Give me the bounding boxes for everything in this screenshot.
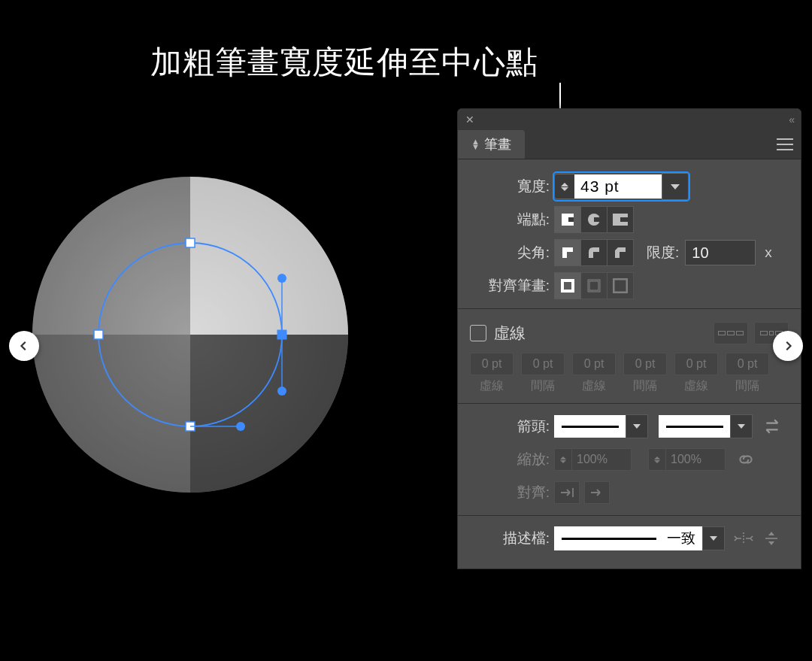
carousel-next-button[interactable] (773, 331, 803, 361)
svg-rect-17 (620, 217, 628, 222)
miter-limit-input[interactable] (685, 240, 756, 265)
arrow-start-dropdown[interactable] (626, 414, 648, 438)
dash-value: 0 pt (470, 353, 514, 375)
flip-along-icon (734, 531, 753, 546)
width-dropdown-button[interactable] (662, 173, 689, 200)
svg-rect-2 (186, 238, 195, 247)
svg-rect-9 (277, 330, 286, 339)
align-center-button[interactable] (554, 272, 581, 299)
dash-pattern-fields: 0 pt虛線0 pt間隔0 pt虛線0 pt間隔0 pt虛線0 pt間隔 (458, 351, 801, 397)
dash-cell: 0 pt間隔 (623, 353, 667, 394)
dash-value: 0 pt (726, 353, 769, 375)
svg-rect-19 (589, 280, 599, 291)
label-dashed: 虛線 (494, 323, 526, 344)
stroke-panel: ✕ « ▲▼ 筆畫 寬度: 端點: (457, 108, 801, 569)
svg-rect-13 (568, 217, 574, 222)
label-arrowheads: 箭頭: (458, 417, 554, 436)
dash-cell: 0 pt間隔 (726, 353, 769, 394)
tab-stroke[interactable]: ▲▼ 筆畫 (458, 130, 525, 159)
link-scale-icon (736, 450, 756, 469)
corner-bevel-button[interactable] (607, 239, 634, 266)
svg-point-8 (277, 387, 286, 396)
profile-value: 一致 (667, 529, 695, 548)
scale-start-value: 100% (572, 448, 632, 471)
dash-label: 間隔 (531, 378, 555, 394)
label-align-stroke: 對齊筆畫: (458, 276, 554, 296)
scale-end-field: 100% (648, 448, 726, 471)
dash-label: 虛線 (684, 378, 708, 394)
label-scale: 縮放: (458, 450, 554, 469)
annotation-title: 加粗筆畫寬度延伸至中心點 (150, 41, 538, 83)
svg-rect-3 (94, 330, 103, 339)
arrow-end-dropdown[interactable] (730, 414, 753, 438)
panel-close-button[interactable]: ✕ (465, 114, 474, 126)
corner-miter-button[interactable] (554, 239, 581, 266)
dash-value: 0 pt (572, 353, 616, 375)
dashed-checkbox[interactable] (470, 325, 486, 341)
tab-label: 筆畫 (484, 135, 511, 153)
carousel-prev-button[interactable] (9, 331, 39, 361)
dash-value: 0 pt (623, 353, 667, 375)
arrow-start-select[interactable] (554, 415, 626, 438)
arrow-align-tip-button (584, 481, 610, 504)
cap-butt-button[interactable] (554, 206, 581, 233)
svg-rect-21 (614, 279, 627, 293)
scale-end-value: 100% (666, 448, 726, 471)
cap-projecting-button[interactable] (607, 206, 634, 233)
arrow-end-select[interactable] (659, 415, 731, 438)
svg-rect-20 (589, 280, 599, 291)
dash-cell: 0 pt虛線 (470, 353, 514, 394)
corner-round-button[interactable] (580, 239, 607, 266)
limit-suffix: x (765, 244, 772, 261)
svg-point-11 (236, 422, 245, 431)
panel-menu-button[interactable] (777, 138, 793, 150)
label-width: 寬度: (458, 177, 554, 196)
dash-label: 間隔 (633, 378, 657, 394)
label-cap: 端點: (458, 210, 554, 229)
cap-round-button[interactable] (580, 206, 607, 233)
width-input[interactable] (574, 174, 662, 199)
panel-cycle-icon: ▲▼ (471, 139, 480, 150)
dash-label: 虛線 (582, 378, 606, 394)
dash-cell: 0 pt虛線 (674, 353, 718, 394)
svg-point-7 (277, 274, 286, 283)
scale-start-field: 100% (554, 448, 632, 471)
label-corner: 尖角: (458, 243, 554, 262)
label-limit: 限度: (647, 243, 679, 262)
align-outside-button (607, 272, 634, 299)
profile-select[interactable]: 一致 (554, 526, 703, 550)
flip-across-icon (764, 529, 779, 547)
dash-label: 虛線 (480, 378, 504, 394)
dash-label: 間隔 (735, 378, 759, 394)
dash-cell: 0 pt間隔 (521, 353, 565, 394)
svg-rect-18 (562, 280, 573, 291)
svg-rect-15 (594, 217, 600, 222)
panel-collapse-button[interactable]: « (789, 114, 793, 126)
dash-preserve-exact-button[interactable] (714, 322, 748, 344)
dash-cell: 0 pt虛線 (572, 353, 616, 394)
label-profile: 描述檔: (458, 529, 554, 548)
swap-arrowheads-icon[interactable] (763, 417, 783, 436)
canvas-artwork (21, 165, 374, 519)
arrow-align-extend-button (554, 481, 580, 504)
label-align-arrow: 對齊: (458, 483, 554, 502)
profile-dropdown-button[interactable] (702, 526, 725, 550)
dash-value: 0 pt (521, 353, 565, 375)
dash-value: 0 pt (674, 353, 718, 375)
align-inside-button (580, 272, 607, 299)
width-stepper[interactable] (554, 174, 574, 199)
